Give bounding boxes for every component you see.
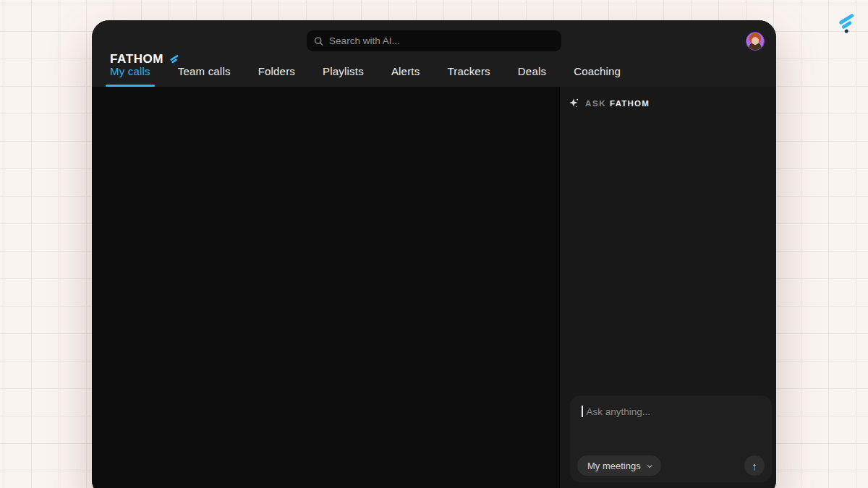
tab-coaching[interactable]: Coaching [574,65,621,87]
fathom-logo[interactable]: FATHOM [110,52,182,67]
send-button[interactable]: ↑ [744,455,765,476]
scope-label: My meetings [587,461,641,471]
search-input[interactable] [329,35,554,46]
user-avatar[interactable] [746,32,765,51]
tab-my-calls[interactable]: My calls [110,65,150,87]
search-bar[interactable] [307,30,561,51]
ask-label: ASK [585,99,606,108]
fathom-label: FATHOM [610,99,650,108]
fathom-wordmark: FATHOM [110,52,163,67]
tab-team-calls[interactable]: Team calls [178,65,231,87]
tab-folders[interactable]: Folders [258,65,295,87]
fathom-watermark-icon [836,10,861,35]
chevron-down-icon [647,463,652,468]
app-header: FATHOM My callsTeam callsFoldersPlaylist… [92,20,776,87]
tab-trackers[interactable]: Trackers [447,65,490,87]
calls-list [92,87,559,488]
fathom-logo-icon [169,53,182,67]
ask-input-panel[interactable]: Ask anything... My meetings ↑ [570,395,772,482]
ask-input-placeholder: Ask anything... [587,406,651,417]
ask-fathom-sidebar: ASK FATHOM Ask anything... My meetings ↑ [559,87,776,488]
main-nav: My callsTeam callsFoldersPlaylistsAlerts… [110,65,621,87]
app-window: FATHOM My callsTeam callsFoldersPlaylist… [92,20,776,488]
search-icon [314,36,323,46]
arrow-up-icon: ↑ [752,460,757,472]
tab-playlists[interactable]: Playlists [323,65,364,87]
scope-dropdown[interactable]: My meetings [577,455,661,476]
ask-fathom-header: ASK FATHOM [569,98,650,108]
sparkle-icon [569,98,579,108]
tab-deals[interactable]: Deals [518,65,546,87]
text-cursor [582,406,583,417]
tab-alerts[interactable]: Alerts [391,65,420,87]
